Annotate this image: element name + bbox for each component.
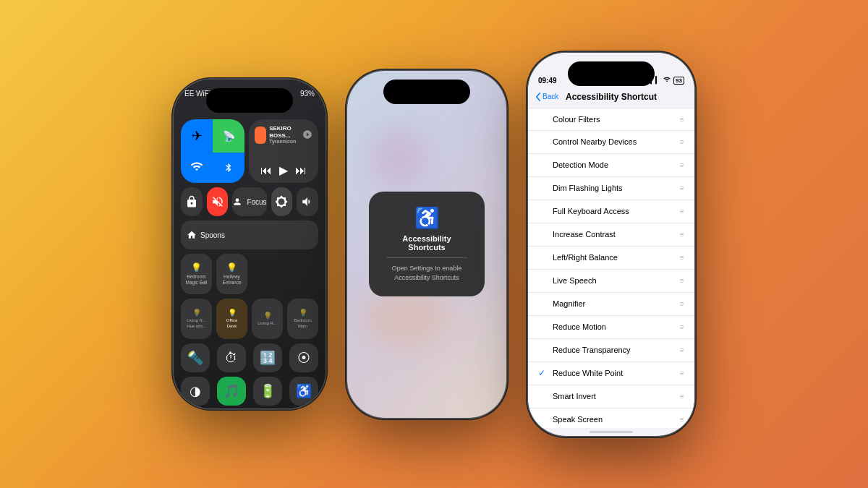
hk-bm-label: BedroomMain bbox=[294, 318, 311, 328]
dynamic-island-3 bbox=[568, 61, 655, 86]
hk-office[interactable]: 💡 OfficeDesk bbox=[216, 299, 247, 339]
hk-bedroom-label: BedroomMagic Ball bbox=[186, 274, 208, 286]
hk-lr1-label: Living R...Hue whi... bbox=[187, 318, 206, 328]
hk-hallway[interactable]: 💡 HallwayEntrance bbox=[216, 254, 247, 294]
volume-btn[interactable] bbox=[297, 187, 318, 216]
item-speak-screen[interactable]: Speak Screen ≡ bbox=[528, 408, 694, 428]
screen-lock-btn[interactable] bbox=[181, 187, 203, 216]
hk-office-label: OfficeDesk bbox=[226, 318, 238, 328]
bluetooth-btn[interactable] bbox=[213, 153, 244, 183]
hk-livingroom2[interactable]: 💡 Living R... bbox=[252, 299, 283, 339]
back-button[interactable]: Back bbox=[535, 93, 558, 101]
artist-name: Tyrannicon bbox=[269, 139, 299, 145]
hk-bedroom-main[interactable]: 💡 BedroomMain bbox=[287, 299, 318, 339]
item-reduce-motion[interactable]: Reduce Motion ≡ bbox=[528, 316, 694, 339]
music-controls[interactable]: ⏮ ▶ ⏭ bbox=[255, 163, 312, 177]
camera-btn[interactable]: ⦿ bbox=[289, 343, 318, 372]
phone-1: EE WiFiCall 93% ✈ 📡 bbox=[174, 80, 326, 408]
accessibility-btn[interactable]: ♿ bbox=[289, 377, 318, 406]
item-live-speech[interactable]: Live Speech ≡ bbox=[528, 270, 694, 293]
hk-spacer2 bbox=[287, 254, 318, 294]
battery-label: 93% bbox=[300, 90, 315, 98]
accessibility-popup: ♿ Accessibility Shortcuts Open Settings … bbox=[369, 192, 485, 296]
settings-time: 09:49 bbox=[538, 77, 557, 85]
phone-3: 09:49 ▎▎▎ 93 Back Accessibility Shortcut bbox=[528, 53, 694, 436]
back-label: Back bbox=[542, 93, 558, 100]
item-dim-flashing[interactable]: Dim Flashing Lights ≡ bbox=[528, 177, 694, 200]
accessibility-shortcut-list[interactable]: Colour Filters ≡ Control Nearby Devices … bbox=[528, 108, 694, 428]
music-tile[interactable]: SEKIRO BOSS... Tyrannicon ⏮ ▶ ⏭ bbox=[249, 119, 318, 183]
flashlight-btn[interactable]: 🔦 bbox=[181, 343, 210, 372]
calculator-btn[interactable]: 🔢 bbox=[253, 343, 282, 372]
hk-bedroom[interactable]: 💡 BedroomMagic Ball bbox=[181, 254, 212, 294]
wifi-btn[interactable] bbox=[181, 153, 213, 183]
brightness-btn[interactable] bbox=[271, 187, 293, 216]
hk-lr2-label: Living R... bbox=[258, 321, 277, 326]
airdrop-btn[interactable]: 📡 bbox=[213, 119, 244, 153]
phone-2: ♿ Accessibility Shortcuts Open Settings … bbox=[347, 71, 506, 418]
play-btn[interactable]: ▶ bbox=[279, 163, 288, 177]
dynamic-island-1 bbox=[206, 88, 293, 113]
music-album-art bbox=[255, 127, 266, 144]
drag-colour-filters: ≡ bbox=[680, 115, 684, 124]
popup-divider bbox=[386, 257, 467, 258]
battery-icon: 93 bbox=[673, 77, 684, 85]
item-colour-filters[interactable]: Colour Filters ≡ bbox=[528, 108, 694, 131]
item-increase-contrast[interactable]: Increase Contrast ≡ bbox=[528, 223, 694, 247]
item-control-nearby[interactable]: Control Nearby Devices ≡ bbox=[528, 131, 694, 154]
airplane-btn[interactable]: ✈ bbox=[181, 119, 213, 153]
settings-nav: Back Accessibility Shortcut bbox=[528, 89, 694, 108]
item-reduce-white-point[interactable]: ✓ Reduce White Point ≡ bbox=[528, 362, 694, 385]
mute-btn[interactable] bbox=[207, 187, 229, 216]
item-smart-invert[interactable]: Smart Invert ≡ bbox=[528, 385, 694, 408]
popup-title: Accessibility Shortcuts bbox=[386, 234, 467, 252]
item-reduce-transparency[interactable]: Reduce Transparency ≡ bbox=[528, 339, 694, 362]
checkmark-reduce-white-point: ✓ bbox=[538, 368, 548, 378]
focus-tile[interactable]: Focus bbox=[232, 187, 266, 216]
focus-label: Focus bbox=[247, 198, 266, 206]
shazam-btn[interactable]: 🎵 bbox=[217, 377, 246, 406]
home-tile[interactable]: Spoons bbox=[181, 221, 318, 249]
accessibility-popup-screen: ♿ Accessibility Shortcuts Open Settings … bbox=[347, 71, 506, 418]
dark-mode-btn[interactable]: ◑ bbox=[181, 377, 210, 406]
popup-icon: ♿ bbox=[386, 206, 467, 230]
item-lr-balance[interactable]: Left/Right Balance ≡ bbox=[528, 247, 694, 270]
scroll-indicator bbox=[590, 431, 633, 433]
hk-livingroom1[interactable]: 💡 Living R...Hue whi... bbox=[181, 299, 212, 339]
connectivity-tile[interactable]: ✈ 📡 bbox=[181, 119, 244, 183]
hk-hallway-label: HallwayEntrance bbox=[222, 274, 241, 286]
hk-spacer bbox=[252, 254, 283, 294]
popup-description: Open Settings to enableAccessibility Sho… bbox=[386, 264, 467, 282]
control-center-screen: EE WiFiCall 93% ✈ 📡 bbox=[174, 80, 326, 408]
timer-btn[interactable]: ⏱ bbox=[217, 343, 246, 372]
wifi-icon bbox=[663, 77, 671, 84]
dynamic-island-2 bbox=[383, 80, 470, 104]
battery-btn[interactable]: 🔋 bbox=[253, 377, 282, 406]
song-title: SEKIRO BOSS... bbox=[269, 125, 299, 139]
item-detection-mode[interactable]: Detection Mode ≡ bbox=[528, 154, 694, 177]
item-full-keyboard[interactable]: Full Keyboard Access ≡ bbox=[528, 200, 694, 223]
next-btn[interactable]: ⏭ bbox=[295, 164, 307, 177]
page-title: Accessibility Shortcut bbox=[566, 92, 657, 102]
settings-screen: 09:49 ▎▎▎ 93 Back Accessibility Shortcut bbox=[528, 53, 694, 436]
home-label: Spoons bbox=[200, 231, 225, 239]
item-magnifier[interactable]: Magnifier ≡ bbox=[528, 293, 694, 316]
prev-btn[interactable]: ⏮ bbox=[260, 164, 272, 177]
